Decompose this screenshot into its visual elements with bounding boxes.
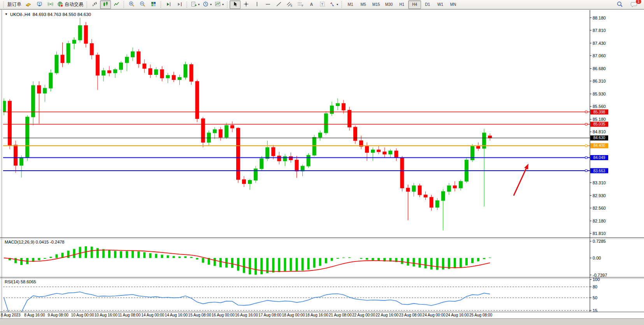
period-dropdown[interactable]: ▾	[201, 0, 213, 9]
timeframe-d1[interactable]: D1	[421, 0, 434, 9]
candlestick-chart-icon	[103, 1, 109, 8]
toolbar-grip[interactable]	[226, 2, 228, 8]
market-watch-button[interactable]	[23, 0, 34, 9]
timeframe-m1[interactable]: M1	[344, 0, 357, 9]
time-tick: 18 Aug 16:00	[305, 313, 328, 317]
price-tick: 86.680	[593, 66, 606, 71]
arrow-annotation-head	[524, 164, 528, 170]
time-tick: 24 Aug 16:00	[446, 313, 469, 317]
text-label-icon: T	[319, 1, 325, 8]
window-bottom-strip	[0, 319, 644, 325]
svg-text:A: A	[310, 2, 313, 7]
trendline-button[interactable]	[273, 0, 284, 9]
time-tick: 10 Aug 00:00	[71, 313, 94, 317]
time-tick: 17 Aug 08:00	[258, 313, 281, 317]
zoom-in-icon	[129, 1, 135, 8]
time-tick: 16 Aug 16:00	[235, 313, 258, 317]
terminal-button[interactable]	[34, 0, 45, 9]
toolbar-grip[interactable]	[341, 2, 343, 8]
trendline-icon	[276, 1, 282, 8]
timeframe-m30[interactable]: M30	[383, 0, 395, 9]
rsi-tick: 15	[593, 308, 597, 313]
time-tick: 14 Aug 16:00	[165, 313, 188, 317]
macd-tick: 0.00	[593, 256, 601, 260]
horizontal-line-button[interactable]	[262, 0, 273, 9]
equidistant-channel-button[interactable]: E	[284, 0, 295, 9]
svg-text:84.049: 84.049	[593, 155, 605, 160]
time-tick: 18 Aug 00:00	[282, 313, 305, 317]
line-marker	[585, 170, 587, 172]
fibonacci-button[interactable]: F	[295, 0, 306, 9]
chevron-down-icon: ▾	[337, 3, 338, 6]
new-order-button[interactable]: 新订单	[6, 0, 23, 9]
chart-shift-button[interactable]	[174, 0, 185, 9]
timeframe-m5[interactable]: M5	[357, 0, 370, 9]
time-tick: 9 Aug 08:00	[47, 313, 68, 317]
price-tick: 86.310	[593, 79, 606, 83]
template-dropdown[interactable]: ▾	[213, 0, 225, 9]
toolbar-grip[interactable]	[3, 2, 5, 8]
toolbar-grip[interactable]	[86, 2, 88, 8]
price-tick: 82.560	[593, 206, 606, 210]
cursor-button[interactable]	[230, 0, 240, 9]
time-tick: 15 Aug 08:00	[188, 313, 211, 317]
rsi-line	[4, 292, 490, 316]
tile-windows-icon	[151, 1, 156, 8]
new-order-label: 新订单	[7, 1, 21, 8]
zoom-in-button[interactable]	[126, 0, 137, 9]
search-icon	[617, 1, 623, 8]
auto-scroll-button[interactable]	[163, 0, 174, 9]
timeframe-h1[interactable]: H1	[395, 0, 408, 9]
chart-title: ▼ UKOil-,H4 84.693 84.763 84.550 84.630	[5, 12, 91, 17]
text-label-button[interactable]: T	[317, 0, 328, 9]
equidistant-channel-icon: E	[286, 1, 293, 8]
line-chart-button[interactable]	[111, 0, 122, 9]
price-tick: 82.930	[593, 193, 606, 198]
tile-windows-button[interactable]	[148, 0, 159, 9]
chart-canvas[interactable]: 85.39885.03584.63084.40084.04983.66388.1…	[0, 9, 644, 325]
toolbar-grip[interactable]	[160, 2, 162, 8]
zoom-out-button[interactable]	[137, 0, 148, 9]
price-tick: 87.060	[593, 53, 606, 58]
autotrading-button[interactable]: 自动交易	[56, 0, 85, 9]
time-tick: 22 Aug 16:00	[376, 313, 398, 317]
timeframe-m15[interactable]: M15	[370, 0, 383, 9]
bar-chart-button[interactable]	[89, 0, 100, 9]
chat-button[interactable]: 1	[628, 0, 639, 9]
svg-text:E: E	[291, 4, 293, 7]
toolbar-grip[interactable]	[123, 2, 125, 8]
time-tick: 21 Aug 08:00	[329, 313, 352, 317]
clock-icon	[203, 1, 209, 8]
timeframe-mn[interactable]: MN	[447, 0, 460, 9]
macd-tick: 0.7285	[593, 239, 606, 244]
vertical-line-button[interactable]	[251, 0, 262, 9]
text-button[interactable]: A	[306, 0, 317, 9]
time-tick: 16 Aug 00:00	[212, 313, 235, 317]
price-tick: 83.310	[593, 180, 606, 185]
chevron-down-icon: ▾	[222, 3, 224, 6]
time-tick: 10 Aug 16:00	[95, 313, 118, 317]
text-icon: A	[309, 1, 314, 8]
price-tick: 88.180	[593, 16, 606, 20]
arrows-dropdown[interactable]: ▾	[328, 0, 340, 9]
macd-tick: -0.7397	[593, 273, 607, 277]
timeframe-h4[interactable]: H4	[408, 0, 421, 9]
price-tick: 84.810	[593, 129, 606, 134]
new-chart-dropdown[interactable]: ▾	[189, 0, 201, 9]
candlestick-chart-button[interactable]	[100, 0, 111, 9]
template-icon	[215, 1, 221, 8]
rsi-tick: 100	[593, 277, 600, 282]
signals-button[interactable]	[45, 0, 56, 9]
search-button[interactable]	[614, 0, 625, 9]
timeframe-w1[interactable]: W1	[434, 0, 447, 9]
zoom-out-icon	[140, 1, 146, 8]
crosshair-button[interactable]	[240, 0, 251, 9]
line-chart-icon	[114, 1, 119, 8]
globe-icon	[57, 1, 63, 8]
toolbar-grip[interactable]	[186, 2, 188, 8]
chart-menu-arrow-icon[interactable]: ▼	[5, 13, 8, 16]
new-chart-icon	[191, 1, 197, 8]
time-tick: 8 Aug 16:00	[24, 313, 45, 317]
gold-bar-icon	[25, 1, 32, 8]
line-marker	[585, 111, 587, 113]
